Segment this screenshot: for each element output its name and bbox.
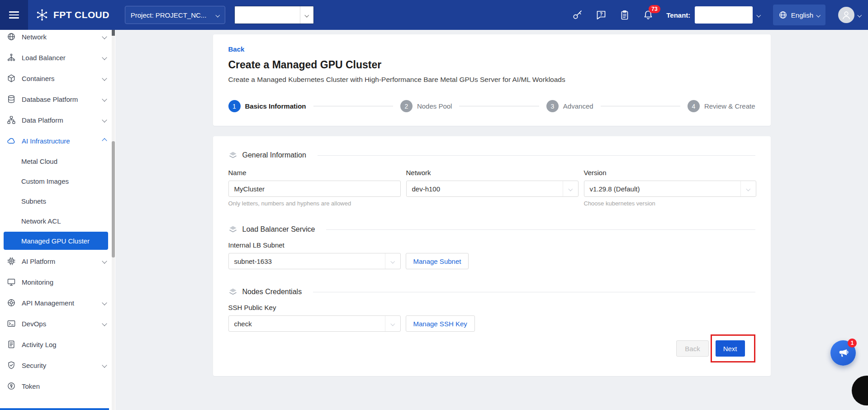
token-icon (7, 381, 16, 391)
step-nodes-pool[interactable]: 2 Nodes Pool (400, 100, 452, 112)
sidebar-item-containers[interactable]: Containers (0, 68, 115, 89)
tenant-select[interactable] (695, 6, 753, 24)
wizard-stepper: 1 Basics Information 2 Nodes Pool 3 Adva… (228, 100, 755, 112)
sidebar-item-database-platform[interactable]: Database Platform (0, 89, 115, 110)
section-load-balancer-service: Load Balancer Service (228, 225, 755, 234)
hamburger-menu-button[interactable] (0, 0, 28, 30)
next-button[interactable]: Next (716, 340, 745, 357)
sidebar-item-devops[interactable]: DevOps (0, 313, 115, 334)
brand-logo[interactable]: FPT CLOUD (35, 8, 109, 22)
chat-help-icon[interactable]: ? (596, 10, 607, 20)
step-number: 4 (688, 100, 700, 112)
sidebar-subitem-network-acl[interactable]: Network ACL (0, 211, 115, 231)
sidebar-scrollbar-thumb[interactable] (112, 141, 115, 257)
global-search-combo (234, 6, 314, 24)
ssh-public-key-value: check (234, 320, 252, 328)
version-select[interactable]: v1.29.8 (Default) (584, 181, 756, 197)
sidebar: Network Load Balancer Containers Databas… (0, 30, 115, 410)
announcements-fab[interactable]: 1 (830, 340, 856, 366)
chevron-down-icon (102, 96, 107, 101)
name-label: Name (228, 169, 401, 176)
section-nodes-credentials: Nodes Credentials (228, 287, 755, 296)
sidebar-subitem-label: Metal Cloud (21, 157, 57, 165)
clipboard-icon[interactable] (619, 10, 630, 20)
megaphone-icon (837, 347, 849, 359)
chevron-down-icon (102, 300, 107, 305)
sidebar-item-label: AI Platform (22, 257, 55, 265)
sidebar-item-api-management[interactable]: API Management (0, 292, 115, 313)
step-review-create[interactable]: 4 Review & Create (688, 100, 755, 112)
sidebar-item-token[interactable]: Token (0, 376, 115, 396)
step-advanced[interactable]: 3 Advanced (546, 100, 593, 112)
internal-lb-subnet-label: Internal LB Subnet (228, 241, 755, 249)
devops-icon (7, 319, 16, 328)
step-basics-information[interactable]: 1 Basics Information (228, 100, 306, 112)
sidebar-item-monitoring[interactable]: Monitoring (0, 272, 115, 292)
sidebar-item-ai-infrastructure[interactable]: AI Infrastructure (0, 130, 115, 151)
manage-ssh-key-button[interactable]: Manage SSH Key (406, 315, 475, 332)
sidebar-scrollbar-button[interactable] (112, 30, 115, 36)
manage-subnet-button[interactable]: Manage Subnet (406, 253, 469, 269)
globe-icon (778, 10, 787, 19)
network-select-value: dev-h100 (412, 185, 441, 193)
chevron-down-icon (385, 253, 400, 269)
database-icon (7, 95, 16, 104)
network-label: Network (406, 169, 579, 176)
global-search-input[interactable] (235, 6, 300, 24)
page-title: Create a Managed GPU Cluster (228, 59, 755, 71)
load-balancer-icon (7, 53, 16, 62)
api-icon (7, 298, 16, 307)
step-connector (601, 106, 680, 106)
project-selector[interactable]: Project: PROJECT_NC... (125, 6, 225, 24)
back-button[interactable]: Back (676, 340, 708, 357)
globe-icon (7, 32, 16, 41)
section-divider (313, 292, 755, 292)
sidebar-subitem-label: Managed GPU Cluster (21, 237, 90, 245)
internal-lb-subnet-select[interactable]: subnet-1633 (228, 253, 401, 269)
chevron-down-icon (216, 13, 220, 17)
step-label: Basics Information (245, 102, 306, 110)
sidebar-item-security[interactable]: Security (0, 355, 115, 376)
chevron-down-icon (305, 13, 309, 17)
step-number: 2 (400, 100, 413, 112)
sidebar-item-label: Containers (22, 75, 55, 82)
basics-form-card: General Information Name Only letters, n… (213, 136, 771, 376)
user-menu[interactable] (838, 7, 861, 23)
sidebar-item-load-balancer[interactable]: Load Balancer (0, 47, 115, 68)
language-label: English (791, 11, 813, 19)
language-selector[interactable]: English (773, 5, 825, 25)
field-name: Name Only letters, numbers and hyphens a… (228, 169, 401, 207)
chevron-down-icon (857, 13, 861, 17)
field-network: Network dev-h100 (406, 169, 579, 207)
sidebar-subitem-managed-gpu-cluster[interactable]: Managed GPU Cluster (4, 232, 108, 250)
layers-icon (228, 287, 237, 296)
sidebar-subitem-metal-cloud[interactable]: Metal Cloud (0, 151, 115, 171)
sidebar-item-network[interactable]: Network (0, 30, 115, 47)
tenant-label: Tenant: (666, 11, 690, 19)
name-input[interactable] (228, 181, 401, 197)
key-icon[interactable] (572, 10, 583, 20)
chevron-down-icon (563, 181, 578, 196)
step-number: 3 (546, 100, 559, 112)
chevron-down-icon (385, 316, 400, 331)
layers-icon (228, 151, 237, 160)
sidebar-subitem-custom-images[interactable]: Custom Images (0, 171, 115, 191)
section-divider (326, 229, 755, 230)
step-connector (459, 106, 539, 106)
ssh-public-key-select[interactable]: check (228, 315, 401, 332)
chevron-down-icon (102, 76, 107, 81)
sidebar-item-ai-platform[interactable]: AI Platform (0, 251, 115, 272)
chip-icon (7, 257, 16, 266)
sidebar-subitem-label: Custom Images (21, 177, 69, 185)
step-label: Nodes Pool (417, 102, 452, 110)
network-select[interactable]: dev-h100 (406, 181, 579, 197)
bell-icon[interactable]: 73 (643, 10, 654, 20)
search-dropdown-button[interactable] (300, 6, 313, 24)
back-link[interactable]: Back (228, 45, 245, 53)
sidebar-subitem-subnets[interactable]: Subnets (0, 191, 115, 211)
sidebar-subitem-label: Subnets (21, 197, 46, 205)
sidebar-item-data-platform[interactable]: Data Platform (0, 110, 115, 130)
sidebar-item-label: Security (22, 362, 46, 369)
step-label: Review & Create (704, 102, 755, 110)
sidebar-item-activity-log[interactable]: Activity Log (0, 334, 115, 355)
